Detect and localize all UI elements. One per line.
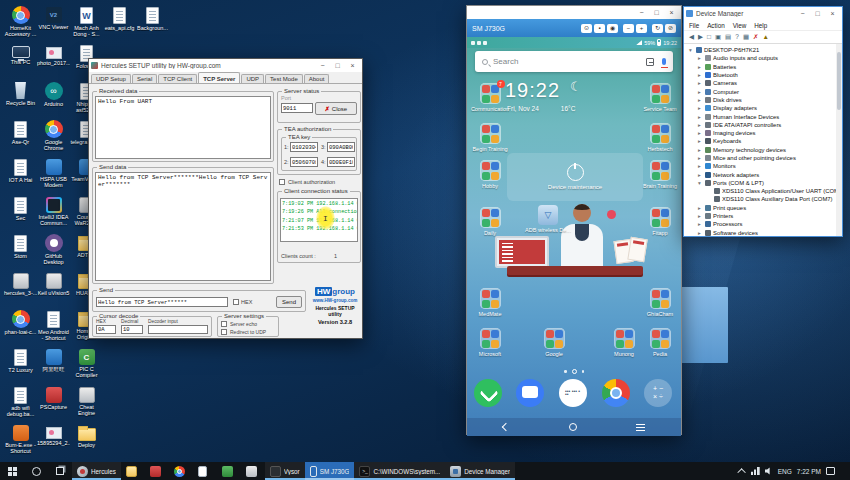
desktop-icon[interactable]: GitHub Desktop bbox=[37, 232, 70, 270]
desktop-icon[interactable]: eats_api.cfg bbox=[103, 4, 136, 42]
back-icon[interactable]: ◀ bbox=[689, 34, 694, 41]
close-icon[interactable]: × bbox=[345, 59, 360, 72]
device-tree-item[interactable]: ▸ Audio inputs and outputs bbox=[684, 54, 842, 62]
volume-down-icon[interactable]: − bbox=[623, 24, 634, 33]
expand-arrow-icon[interactable]: ▸ bbox=[696, 147, 703, 153]
minimize-icon[interactable]: − bbox=[315, 59, 330, 72]
desktop-icon[interactable]: This PC bbox=[4, 42, 37, 80]
screenshot-icon[interactable]: ◉ bbox=[607, 24, 618, 33]
app-drawer-icon[interactable] bbox=[559, 379, 587, 407]
details-icon[interactable]: ▤ bbox=[725, 34, 731, 41]
desktop-icon[interactable]: Sec bbox=[4, 194, 37, 232]
expand-arrow-icon[interactable]: ▸ bbox=[696, 64, 703, 70]
minimize-icon[interactable]: − bbox=[634, 6, 649, 19]
search-bar[interactable]: Search bbox=[475, 51, 673, 72]
desktop-icon[interactable]: Backgroun... bbox=[136, 4, 169, 42]
device-tree-item[interactable]: ▸ Disk drives bbox=[684, 96, 842, 104]
device-tree-item[interactable]: XDS110 Class Application/User UART (COM6… bbox=[684, 187, 842, 195]
expand-arrow-icon[interactable]: ▸ bbox=[696, 55, 703, 61]
device-tree-item[interactable]: ▸ Cameras bbox=[684, 79, 842, 87]
desktop-icon[interactable]: phan-loai-c... bbox=[4, 308, 37, 346]
expand-arrow-icon[interactable]: ▸ bbox=[696, 155, 703, 161]
device-tree-item[interactable]: ▸ Software devices bbox=[684, 229, 842, 236]
tray-chevron-up-icon[interactable] bbox=[737, 468, 745, 476]
start-button[interactable] bbox=[0, 462, 24, 480]
app-folder[interactable]: Hobby bbox=[468, 160, 512, 189]
menu-view[interactable]: View bbox=[733, 22, 747, 29]
device-tree-item[interactable]: ▸ Bluetooth bbox=[684, 71, 842, 79]
desktop-icon[interactable]: Ase-Qr bbox=[4, 118, 37, 156]
expand-arrow-icon[interactable]: ▸ bbox=[696, 138, 703, 144]
app-folder[interactable]: Brain Training bbox=[638, 160, 681, 189]
taskbar-app-button[interactable]: Device Manager bbox=[445, 462, 515, 480]
record-icon[interactable]: ▪ bbox=[594, 24, 605, 33]
phone-app-icon[interactable] bbox=[474, 379, 502, 407]
device-tree-item[interactable]: ▾ DESKTOP-P6H7K21 bbox=[684, 46, 842, 54]
device-tree-item[interactable]: XDS110 Class Auxiliary Data Port (COM7) bbox=[684, 195, 842, 203]
device-tree-item[interactable]: ▸ Mice and other pointing devices bbox=[684, 154, 842, 162]
port-field[interactable] bbox=[281, 103, 313, 113]
desktop-icon[interactable]: VNC Viewer bbox=[37, 4, 70, 42]
expand-arrow-icon[interactable]: ▸ bbox=[696, 163, 703, 169]
decode-decimal-field[interactable] bbox=[121, 325, 143, 334]
language-indicator[interactable]: ENG bbox=[778, 468, 792, 475]
desktop-icon[interactable]: IOT A Hai bbox=[4, 156, 37, 194]
menu-file[interactable]: File bbox=[689, 22, 699, 29]
desktop-icon[interactable]: hercules_3-... bbox=[4, 270, 37, 308]
list-view-icon[interactable]: □ bbox=[707, 34, 711, 41]
desktop-icon[interactable]: 15895294_2... bbox=[37, 422, 70, 460]
desktop-icon[interactable]: HSPA USB Modem bbox=[37, 156, 70, 194]
menu-help[interactable]: Help bbox=[754, 22, 767, 29]
app-folder[interactable]: Service Team bbox=[638, 83, 681, 112]
chrome-app-icon[interactable] bbox=[602, 379, 630, 407]
desktop-icon[interactable]: Google Chrome bbox=[37, 118, 70, 156]
minimize-icon[interactable]: − bbox=[795, 7, 810, 20]
taskbar-app-button[interactable] bbox=[193, 462, 217, 480]
maximize-icon[interactable]: □ bbox=[330, 59, 345, 72]
expand-arrow-icon[interactable]: ▸ bbox=[696, 205, 703, 211]
device-tree-item[interactable]: ▸ Imaging devices bbox=[684, 129, 842, 137]
desktop-icon[interactable]: Bum-E.exe - Shortcut bbox=[4, 422, 37, 460]
desktop-icon[interactable]: Meo Android - Shortcut bbox=[37, 308, 70, 346]
expand-arrow-icon[interactable]: ▸ bbox=[696, 213, 703, 219]
tea-k2-field[interactable] bbox=[290, 157, 318, 167]
home-icon[interactable] bbox=[569, 423, 577, 431]
desktop-icon[interactable]: Arduino bbox=[37, 80, 70, 118]
recents-icon[interactable] bbox=[636, 424, 645, 431]
desktop-icon[interactable]: HomeKit Accessory ... bbox=[4, 4, 37, 42]
messages-app-icon[interactable] bbox=[516, 379, 544, 407]
power-off-icon[interactable]: ⊘ bbox=[665, 24, 676, 33]
taskbar-app-button[interactable]: Hercules bbox=[72, 462, 121, 480]
app-folder[interactable]: Google bbox=[532, 328, 576, 357]
help-icon[interactable]: ? bbox=[735, 34, 739, 41]
taskbar-app-button[interactable]: Vysor bbox=[265, 462, 305, 480]
device-tree-item[interactable]: ▸ Network adapters bbox=[684, 170, 842, 178]
send-hex-checkbox[interactable] bbox=[233, 299, 239, 305]
hercules-tab[interactable]: UDP Setup bbox=[91, 74, 131, 83]
close-icon[interactable]: × bbox=[825, 7, 840, 20]
app-folder[interactable]: MedMate bbox=[468, 288, 512, 317]
volume-up-icon[interactable]: + bbox=[636, 24, 647, 33]
desktop-icon[interactable]: adb wifi debug.ba... bbox=[4, 384, 37, 422]
scrollbar-thumb[interactable] bbox=[837, 52, 841, 110]
hercules-tab[interactable]: UDP bbox=[241, 74, 264, 83]
redirect-udp-checkbox[interactable] bbox=[221, 329, 227, 335]
device-manager-titlebar[interactable]: Device Manager − □ × bbox=[684, 7, 842, 20]
forward-icon[interactable]: ▶ bbox=[698, 34, 703, 41]
close-server-button[interactable]: ✗ Close bbox=[315, 102, 357, 115]
expand-arrow-icon[interactable]: ▸ bbox=[696, 89, 703, 95]
device-tree-item[interactable]: ▸ IDE ATA/ATAPI controllers bbox=[684, 121, 842, 129]
tea-k3-field[interactable] bbox=[327, 142, 355, 152]
scrollbar[interactable] bbox=[836, 44, 842, 236]
maximize-icon[interactable]: □ bbox=[649, 6, 664, 19]
device-tree-item[interactable]: ▸ Batteries bbox=[684, 63, 842, 71]
back-icon[interactable] bbox=[502, 423, 510, 431]
hercules-tab[interactable]: TCP Server bbox=[198, 72, 240, 83]
scan-hardware-icon[interactable]: ▦ bbox=[743, 34, 749, 41]
desktop-icon[interactable]: 阿里旺旺 bbox=[37, 346, 70, 384]
vysor-titlebar[interactable]: − □ × bbox=[467, 6, 681, 19]
client-authorization-checkbox[interactable] bbox=[279, 179, 285, 185]
clock-widget[interactable]: 19:22☾ Fri, Nov 24 16°C bbox=[505, 79, 582, 112]
scan-icon[interactable] bbox=[646, 58, 654, 66]
decoder-input-field[interactable] bbox=[148, 325, 208, 334]
